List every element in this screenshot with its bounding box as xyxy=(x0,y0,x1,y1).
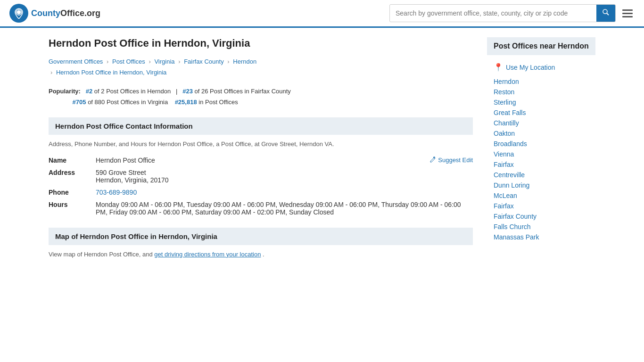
sidebar-link-12[interactable]: Fairfax xyxy=(494,202,514,210)
popularity-rank2: #23 xyxy=(182,88,193,95)
sidebar-link-2[interactable]: Sterling xyxy=(494,99,516,106)
main-container: Herndon Post Office in Herndon, Virginia… xyxy=(39,28,605,281)
sidebar-link-11[interactable]: McLean xyxy=(494,192,517,199)
site-header: CountyOffice.org xyxy=(0,0,644,28)
popularity-rank1-desc: of 2 Post Offices in Herndon xyxy=(94,88,171,95)
contact-table: Name Herndon Post Office Suggest Edit Ad… xyxy=(49,154,473,218)
list-item: McLean xyxy=(494,190,589,201)
sidebar-link-5[interactable]: Oakton xyxy=(494,130,515,137)
search-input[interactable] xyxy=(390,6,596,21)
sidebar-link-0[interactable]: Herndon xyxy=(494,78,519,85)
popularity-rank3: #705 xyxy=(73,99,86,106)
list-item: Reston xyxy=(494,87,589,97)
sidebar-title: Post Offices near Herndon xyxy=(487,37,595,55)
sidebar-link-9[interactable]: Centreville xyxy=(494,171,525,179)
breadcrumb-link-current[interactable]: Herndon Post Office in Herndon, Virginia xyxy=(56,69,166,76)
popularity-rank4-desc: in Post Offices xyxy=(198,99,238,106)
driving-directions-link[interactable]: get driving directions from your locatio… xyxy=(154,251,261,258)
list-item: Sterling xyxy=(494,97,589,107)
contact-description: Address, Phone Number, and Hours for Her… xyxy=(49,140,473,148)
phone-value: 703-689-9890 xyxy=(96,186,473,198)
sidebar-link-1[interactable]: Reston xyxy=(494,88,514,96)
sidebar-link-10[interactable]: Dunn Loring xyxy=(494,181,529,189)
svg-line-4 xyxy=(607,13,609,15)
popularity-section: Popularity: #2 of 2 Post Offices in Hern… xyxy=(49,86,473,108)
breadcrumb-link-post[interactable]: Post Offices xyxy=(112,58,145,65)
name-label: Name xyxy=(49,154,96,166)
location-icon: 📍 xyxy=(494,63,503,72)
sidebar: Post Offices near Herndon 📍 Use My Locat… xyxy=(487,37,595,263)
list-item: Dunn Loring xyxy=(494,180,589,190)
list-item: Vienna xyxy=(494,149,589,159)
search-icon xyxy=(602,8,610,16)
sidebar-link-4[interactable]: Chantilly xyxy=(494,119,519,127)
list-item: Fairfax xyxy=(494,201,589,211)
header-right xyxy=(389,4,635,22)
logo-text: CountyOffice.org xyxy=(31,8,100,18)
popularity-rank2-desc: of 26 Post Offices in Fairfax County xyxy=(195,88,291,95)
list-item: Fairfax County xyxy=(494,211,589,222)
menu-icon-line xyxy=(622,13,633,14)
map-desc-before: View map of Herndon Post Office, and xyxy=(49,251,154,258)
menu-button[interactable] xyxy=(620,8,635,19)
list-item: Oakton xyxy=(494,128,589,139)
suggest-edit-icon xyxy=(429,156,436,163)
map-description: View map of Herndon Post Office, and get… xyxy=(49,251,473,258)
list-item: Herndon xyxy=(494,76,589,87)
sidebar-link-13[interactable]: Fairfax County xyxy=(494,213,537,220)
popularity-label: Popularity: xyxy=(49,88,81,95)
popularity-rank4: #25,818 xyxy=(175,99,197,106)
contact-section-header: Herndon Post Office Contact Information xyxy=(49,117,473,135)
map-section-header: Map of Herndon Post Office in Herndon, V… xyxy=(49,228,473,245)
breadcrumb-link-gov[interactable]: Government Offices xyxy=(49,58,103,65)
table-row-name: Name Herndon Post Office Suggest Edit xyxy=(49,154,473,166)
sidebar-link-7[interactable]: Vienna xyxy=(494,150,514,158)
breadcrumb: Government Offices › Post Offices › Virg… xyxy=(49,56,473,78)
phone-link[interactable]: 703-689-9890 xyxy=(96,189,137,196)
address-label: Address xyxy=(49,166,96,186)
page-title: Herndon Post Office in Herndon, Virginia xyxy=(49,37,473,49)
list-item: Manassas Park xyxy=(494,232,589,242)
logo-icon xyxy=(9,4,28,23)
menu-icon-line xyxy=(622,16,633,17)
use-location-row: 📍 Use My Location xyxy=(487,60,595,74)
phone-label: Phone xyxy=(49,186,96,198)
content-area: Herndon Post Office in Herndon, Virginia… xyxy=(49,37,473,263)
table-row-address: Address 590 Grove Street Herndon, Virgin… xyxy=(49,166,473,186)
list-item: Broadlands xyxy=(494,139,589,149)
svg-point-3 xyxy=(603,9,607,14)
sidebar-link-15[interactable]: Manassas Park xyxy=(494,233,539,241)
breadcrumb-link-county[interactable]: Fairfax County xyxy=(184,58,224,65)
name-value: Herndon Post Office Suggest Edit xyxy=(96,154,473,166)
sidebar-link-3[interactable]: Great Falls xyxy=(494,109,526,116)
hours-label: Hours xyxy=(49,198,96,218)
list-item: Great Falls xyxy=(494,107,589,118)
table-row-hours: Hours Monday 09:00 AM - 06:00 PM, Tuesda… xyxy=(49,198,473,218)
logo[interactable]: CountyOffice.org xyxy=(9,4,100,23)
list-item: Centreville xyxy=(494,170,589,180)
map-desc-after: . xyxy=(263,251,264,258)
address-value: 590 Grove Street Herndon, Virginia, 2017… xyxy=(96,166,473,186)
sidebar-link-8[interactable]: Fairfax xyxy=(494,161,514,168)
search-button[interactable] xyxy=(596,5,615,22)
menu-icon-line xyxy=(622,9,633,11)
list-item: Falls Church xyxy=(494,222,589,232)
list-item: Chantilly xyxy=(494,118,589,128)
sidebar-link-14[interactable]: Falls Church xyxy=(494,223,531,230)
breadcrumb-link-state[interactable]: Virginia xyxy=(154,58,174,65)
popularity-rank3-desc: of 880 Post Offices in Virginia xyxy=(88,99,168,106)
hours-value: Monday 09:00 AM - 06:00 PM, Tuesday 09:0… xyxy=(96,198,473,218)
list-item: Fairfax xyxy=(494,159,589,170)
sidebar-link-6[interactable]: Broadlands xyxy=(494,140,527,148)
nearby-locations-list: HerndonRestonSterlingGreat FallsChantill… xyxy=(487,76,595,242)
search-bar xyxy=(389,4,616,22)
use-location-link[interactable]: Use My Location xyxy=(506,64,555,71)
popularity-rank1: #2 xyxy=(86,88,92,95)
breadcrumb-link-city[interactable]: Herndon xyxy=(233,58,256,65)
table-row-phone: Phone 703-689-9890 xyxy=(49,186,473,198)
suggest-edit-link[interactable]: Suggest Edit xyxy=(429,156,473,164)
